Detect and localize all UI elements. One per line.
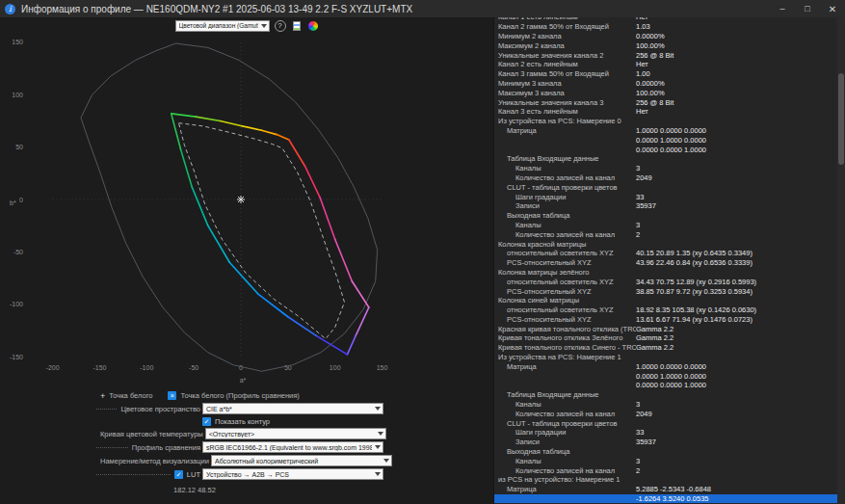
property-row[interactable]: Таблица Входящие данные bbox=[494, 154, 837, 164]
property-row[interactable]: 0.0000 1.0000 0.0000 bbox=[494, 371, 837, 381]
property-label: Колонка синей матрицы bbox=[494, 296, 636, 305]
property-row[interactable]: Колонка матрицы зелёного bbox=[494, 268, 837, 278]
property-row[interactable]: Из устройства на PCS: Намерение 0 bbox=[494, 117, 837, 126]
property-row[interactable]: Минимум 3 канала0.0000% bbox=[494, 79, 837, 89]
property-label: Канал 3 гамма 50% от Входящей bbox=[494, 69, 636, 78]
property-label: Минимум 2 канала bbox=[494, 32, 636, 40]
property-row[interactable]: PCS-относительный XYZ43.96 22.46 0.84 (x… bbox=[494, 258, 837, 268]
property-row[interactable]: Матрица1.0000 0.0000 0.0000 bbox=[494, 361, 837, 371]
property-row[interactable]: Кривая тонального отклика Синего - TRC: … bbox=[494, 343, 837, 353]
property-row[interactable]: Матрица5.2885 -2.5343 -0.6848 bbox=[494, 485, 837, 494]
property-row[interactable]: Выходная таблица bbox=[494, 211, 837, 221]
property-row[interactable]: Из устройства на PCS: Намерение 1 bbox=[494, 353, 837, 362]
property-row[interactable]: Максимум 3 канала100.00% bbox=[494, 88, 837, 97]
help-icon[interactable]: ? bbox=[275, 20, 286, 32]
property-label: Колонка матрицы зелёного bbox=[494, 268, 636, 277]
property-row[interactable]: Канал 2 есть линейнымНет bbox=[494, 60, 837, 69]
property-row[interactable]: Колонка красной матрицы bbox=[494, 239, 837, 249]
property-value: 1.00 bbox=[636, 69, 837, 78]
chevron-down-icon bbox=[261, 24, 267, 28]
colorspace-row: Цветовое пространство CIE a*b* bbox=[0, 402, 493, 415]
tree-connector bbox=[96, 474, 171, 475]
property-row[interactable]: Количество записей на канал2049 bbox=[494, 409, 837, 418]
property-row[interactable]: CLUT - таблица проверки цветов bbox=[494, 182, 837, 192]
property-row[interactable]: 0.0000 1.0000 0.0000 bbox=[494, 135, 837, 145]
property-row[interactable]: Записи35937 bbox=[494, 201, 837, 211]
property-row[interactable]: Максимум 2 канала100.00% bbox=[494, 40, 837, 50]
x-tick-label: -150 bbox=[92, 364, 106, 371]
gamut-chart[interactable]: 150100500-50-100-150-200-150-100-5005010… bbox=[0, 33, 493, 389]
property-label: Канал 2 есть линейным bbox=[494, 60, 636, 68]
chevron-down-icon bbox=[375, 445, 381, 449]
maximize-button[interactable]: □ bbox=[795, 0, 820, 17]
scrollbar[interactable] bbox=[837, 17, 845, 504]
comparison-gamut-outline bbox=[179, 123, 345, 339]
property-row[interactable]: Количество записей на канал2049 bbox=[494, 173, 837, 183]
colorspace-select[interactable]: CIE a*b* bbox=[202, 403, 383, 414]
property-value: 3 bbox=[636, 221, 837, 229]
temperature-curve-select[interactable]: <Отсутствует> bbox=[205, 428, 386, 439]
property-row[interactable]: Канал 3 есть линейнымНет bbox=[494, 107, 837, 117]
property-row[interactable]: 0.0000 0.0000 1.0000 bbox=[494, 381, 837, 390]
property-row[interactable]: относительный осветитель XYZ18.92 8.35 1… bbox=[494, 305, 837, 315]
cross-marker-icon[interactable]: × bbox=[168, 391, 176, 400]
show-outline-checkbox[interactable]: ✓ bbox=[202, 417, 211, 426]
property-row[interactable]: Канал 2 гамма 50% от Входящей1.03 bbox=[494, 22, 837, 32]
property-row[interactable]: Шаги градации33 bbox=[494, 192, 837, 201]
property-row[interactable]: PCS-относительный XYZ13.61 6.67 71.94 (x… bbox=[494, 315, 837, 325]
property-row[interactable]: Количество записей на канал2 bbox=[494, 465, 837, 475]
minimize-button[interactable]: – bbox=[770, 0, 795, 17]
property-row[interactable]: 0.0000 0.0000 1.0000 bbox=[494, 145, 837, 154]
rendering-intent-row: Намерение/метод визуализации Абсолютный … bbox=[0, 454, 493, 467]
close-button[interactable]: ✕ bbox=[820, 0, 845, 17]
property-row[interactable]: Уникальные значения канала 2256 @ 8 Bit bbox=[494, 50, 837, 60]
property-row[interactable]: Таблица Входящие данные bbox=[494, 390, 837, 400]
view-selector[interactable]: Цветовой диапазон (Gamut) bbox=[175, 20, 270, 32]
property-label: Шаги градации bbox=[494, 428, 636, 437]
property-value: 2 bbox=[636, 230, 837, 239]
property-row[interactable]: Минимум 2 канала0.0000% bbox=[494, 32, 837, 41]
display-gamut-outline bbox=[221, 120, 243, 125]
comparison-profile-select[interactable]: sRGB IEC61966-2.1 (Equivalent to www.srg… bbox=[202, 441, 383, 453]
property-row[interactable]: Кривая тонального отклика ЗелёногоGamma … bbox=[494, 333, 837, 343]
property-label: Красная кривая тонального отклика (TRC) bbox=[494, 325, 636, 333]
rendering-intent-select[interactable]: Абсолютный колориметрический bbox=[211, 455, 392, 466]
lut-select[interactable]: Устройство → A2B → PCS bbox=[202, 468, 383, 480]
property-row[interactable]: Каналы3 bbox=[494, 400, 837, 410]
property-label: Колонка красной матрицы bbox=[494, 240, 636, 249]
property-row[interactable]: Красная кривая тонального отклика (TRC)G… bbox=[494, 324, 837, 333]
property-row[interactable]: из PCS на устройство: Намерение 1 bbox=[494, 475, 837, 485]
property-row[interactable]: Каналы3 bbox=[494, 221, 837, 230]
display-gamut-outline bbox=[277, 135, 289, 140]
lut-checkbox[interactable]: ✓ bbox=[174, 470, 183, 479]
y-tick-label: -150 bbox=[10, 354, 23, 360]
property-row[interactable]: PCS-относительный XYZ38.85 70.87 9.72 (x… bbox=[494, 286, 837, 296]
property-row[interactable]: Канал 1 есть линейнымНет bbox=[494, 17, 837, 22]
property-value: 18.92 8.35 105.38 (xy 0.1426 0.0630) bbox=[636, 305, 837, 314]
property-row[interactable]: Количество записей на канал2 bbox=[494, 229, 837, 239]
color-wheel-icon[interactable] bbox=[307, 20, 319, 32]
property-value: 100.00% bbox=[636, 41, 837, 50]
property-row[interactable]: Каналы3 bbox=[494, 456, 837, 465]
measurement-report-icon[interactable] bbox=[291, 20, 303, 32]
property-row[interactable]: CLUT - таблица проверки цветов bbox=[494, 418, 837, 428]
property-row[interactable]: Канал 3 гамма 50% от Входящей1.00 bbox=[494, 69, 837, 79]
property-value: Нет bbox=[636, 17, 837, 21]
property-value: 0.0000 1.0000 0.0000 bbox=[636, 372, 837, 381]
property-row[interactable]: Шаги градации33 bbox=[494, 428, 837, 438]
property-label: Канал 2 гамма 50% от Входящей bbox=[494, 22, 636, 31]
scrollbar-thumb[interactable] bbox=[838, 73, 844, 165]
property-value: 35937 bbox=[636, 201, 837, 210]
property-row[interactable]: Уникальные значения канала 3256 @ 8 Bit bbox=[494, 97, 837, 107]
property-row[interactable]: Колонка синей матрицы bbox=[494, 296, 837, 305]
property-row[interactable]: Записи35937 bbox=[494, 438, 837, 447]
property-row[interactable]: относительный осветитель XYZ40.15 20.89 … bbox=[494, 249, 837, 258]
property-row[interactable]: Матрица1.0000 0.0000 0.0000 bbox=[494, 126, 837, 136]
property-row[interactable]: Выходная таблица bbox=[494, 447, 837, 457]
property-row[interactable]: относительный осветитель XYZ34.43 70.75 … bbox=[494, 277, 837, 286]
titlebar[interactable]: i Информация о профиле — NE160QDM-NY2 #1… bbox=[0, 0, 845, 17]
property-row[interactable]: Каналы3 bbox=[494, 164, 837, 173]
property-row-selected[interactable]: -1.6264 3.5240 0.0535 bbox=[494, 494, 837, 504]
property-label: Выходная таблица bbox=[494, 447, 636, 456]
property-value: 0.0000 0.0000 1.0000 bbox=[636, 146, 837, 154]
